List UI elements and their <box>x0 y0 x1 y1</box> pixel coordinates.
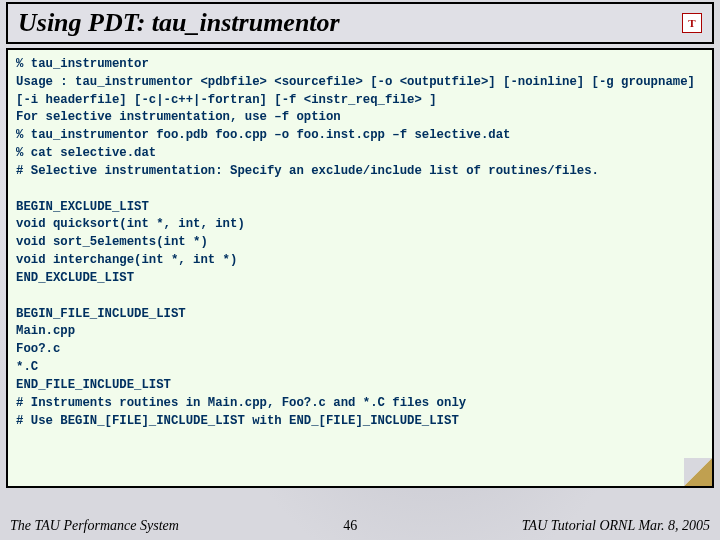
code-line: Main.cpp <box>16 324 75 338</box>
tau-logo-icon: T <box>682 13 702 33</box>
code-line: Usage : tau_instrumentor <pdbfile> <sour… <box>16 75 702 107</box>
slide-title: Using PDT: tau_instrumentor <box>18 8 340 38</box>
code-line: % tau_instrumentor <box>16 57 149 71</box>
code-line: Foo?.c <box>16 342 60 356</box>
code-line: BEGIN_FILE_INCLUDE_LIST <box>16 307 186 321</box>
code-line: void sort_5elements(int *) <box>16 235 208 249</box>
page-number: 46 <box>343 518 357 534</box>
code-line: # Instruments routines in Main.cpp, Foo?… <box>16 396 466 410</box>
page-fold-icon <box>684 458 712 486</box>
code-line: END_EXCLUDE_LIST <box>16 271 134 285</box>
code-line: # Use BEGIN_[FILE]_INCLUDE_LIST with END… <box>16 414 459 428</box>
footer-right: TAU Tutorial ORNL Mar. 8, 2005 <box>522 518 710 534</box>
code-line: void quicksort(int *, int, int) <box>16 217 245 231</box>
code-line: % cat selective.dat <box>16 146 156 160</box>
code-line: BEGIN_EXCLUDE_LIST <box>16 200 149 214</box>
code-block: % tau_instrumentor Usage : tau_instrumen… <box>6 48 714 488</box>
title-bar: Using PDT: tau_instrumentor T <box>6 2 714 44</box>
code-line: END_FILE_INCLUDE_LIST <box>16 378 171 392</box>
code-line: # Selective instrumentation: Specify an … <box>16 164 599 178</box>
code-line: void interchange(int *, int *) <box>16 253 237 267</box>
footer: The TAU Performance System 46 TAU Tutori… <box>0 518 720 534</box>
code-line: *.C <box>16 360 38 374</box>
footer-left: The TAU Performance System <box>10 518 179 534</box>
code-line: For selective instrumentation, use –f op… <box>16 110 341 124</box>
code-line: % tau_instrumentor foo.pdb foo.cpp –o fo… <box>16 128 510 142</box>
